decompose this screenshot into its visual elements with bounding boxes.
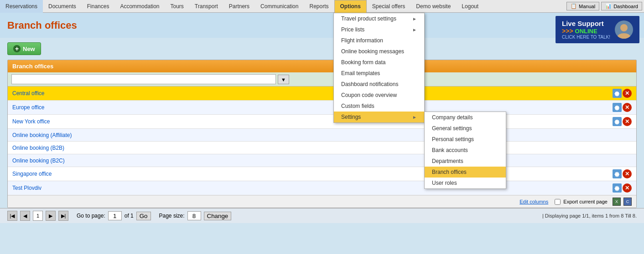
row-name-new-york-office[interactable]: New York office bbox=[12, 118, 613, 125]
prev-page-button[interactable]: ◀ bbox=[20, 211, 30, 221]
nav-item-options[interactable]: Options bbox=[334, 0, 367, 13]
menu-item-custom-fields[interactable]: Custom fields bbox=[334, 101, 424, 112]
row-name-test-plovdiv[interactable]: Test Plovdiv bbox=[12, 185, 613, 191]
menu-item-email-templates[interactable]: Email templates bbox=[334, 68, 424, 79]
export-checkbox[interactable] bbox=[555, 199, 561, 205]
current-page-number: 1 bbox=[33, 211, 43, 221]
page-header: Branch offices bbox=[0, 13, 644, 38]
row-name-europe-office[interactable]: Europe office bbox=[12, 104, 613, 111]
gear-icon[interactable] bbox=[613, 183, 622, 193]
live-support-status: ONLINE bbox=[575, 28, 597, 35]
menu-item-booking-form-data[interactable]: Booking form data bbox=[334, 57, 424, 68]
submenu-item-company-details[interactable]: Company details bbox=[425, 112, 506, 123]
row-name-online-booking-affiliate[interactable]: Online booking (Affiliate) bbox=[12, 132, 632, 138]
row-name-central-office[interactable]: Central office bbox=[12, 90, 613, 97]
filter-button[interactable]: ▼ bbox=[278, 75, 289, 84]
table-row: Online booking (B2B) bbox=[8, 142, 636, 154]
gear-icon[interactable] bbox=[613, 117, 622, 126]
table-row: Central office ✕ bbox=[8, 86, 636, 101]
export-label: Export current page bbox=[563, 199, 608, 204]
delete-icon[interactable]: ✕ bbox=[623, 103, 632, 112]
top-navigation: Reservations Documents Finances Accommod… bbox=[0, 0, 644, 13]
live-support-arrows-icon: >>> bbox=[562, 27, 573, 35]
export-excel-icon[interactable]: X bbox=[613, 198, 621, 206]
menu-item-dashboard-notifications[interactable]: Dashboard notifications bbox=[334, 79, 424, 90]
last-page-button[interactable]: ▶| bbox=[58, 211, 68, 221]
menu-item-coupon-code-overview[interactable]: Coupon code overview bbox=[334, 90, 424, 101]
nav-item-logout[interactable]: Logout bbox=[456, 0, 484, 13]
filter-icon: ▼ bbox=[281, 77, 286, 82]
row-name-singapore-office[interactable]: Singapore office bbox=[12, 171, 613, 177]
table-header: Branch offices bbox=[8, 60, 636, 72]
live-support-title: Live Support bbox=[562, 20, 610, 27]
nav-item-partners[interactable]: Partners bbox=[223, 0, 255, 13]
menu-item-online-booking-messages[interactable]: Online booking messages bbox=[334, 46, 424, 57]
next-page-button[interactable]: ▶ bbox=[46, 211, 56, 221]
pagesize-label: Page size: bbox=[159, 213, 185, 219]
submenu-arrow-icon: ► bbox=[412, 16, 417, 21]
delete-icon[interactable]: ✕ bbox=[623, 183, 632, 193]
settings-submenu: Company details General settings Persona… bbox=[424, 112, 506, 189]
gear-icon[interactable] bbox=[613, 89, 622, 98]
row-name-online-booking-b2c[interactable]: Online booking (B2C) bbox=[12, 157, 632, 164]
nav-items: Reservations Documents Finances Accommod… bbox=[0, 0, 566, 13]
svg-point-0 bbox=[620, 24, 628, 31]
dashboard-button[interactable]: 📊 Dashboard bbox=[601, 2, 642, 10]
live-support-content: Live Support >>> ONLINE CLICK HERE TO TA… bbox=[562, 20, 610, 40]
live-support-banner[interactable]: Live Support >>> ONLINE CLICK HERE TO TA… bbox=[556, 16, 639, 43]
content-area: + New Branch offices ▼ Central office ✕ … bbox=[0, 38, 644, 228]
nav-item-communication[interactable]: Communication bbox=[255, 0, 304, 13]
nav-item-special-offers[interactable]: Special offers bbox=[367, 0, 411, 13]
submenu-item-personal-settings[interactable]: Personal settings bbox=[425, 134, 506, 145]
nav-item-reports[interactable]: Reports bbox=[304, 0, 334, 13]
row-name-online-booking-b2b[interactable]: Online booking (B2B) bbox=[12, 145, 632, 151]
table-row: Europe office ✕ bbox=[8, 101, 636, 115]
submenu-arrow-settings-icon: ► bbox=[412, 115, 417, 120]
submenu-item-branch-offices[interactable]: Branch offices bbox=[425, 167, 506, 178]
goto-label: Go to page: bbox=[77, 213, 105, 219]
row-actions: ✕ bbox=[613, 169, 632, 178]
of-label: of 1 bbox=[125, 213, 134, 219]
nav-item-reservations[interactable]: Reservations bbox=[0, 0, 43, 13]
nav-right-buttons: 📋 Manual 📊 Dashboard bbox=[566, 2, 644, 10]
submenu-item-user-roles[interactable]: User roles bbox=[425, 178, 506, 188]
manual-button[interactable]: 📋 Manual bbox=[566, 2, 599, 10]
menu-item-travel-product-settings[interactable]: Travel product settings ► bbox=[334, 13, 424, 24]
submenu-item-bank-accounts[interactable]: Bank accounts bbox=[425, 145, 506, 156]
filter-input[interactable] bbox=[11, 74, 276, 84]
delete-icon[interactable]: ✕ bbox=[623, 89, 632, 98]
new-button[interactable]: + New bbox=[7, 42, 41, 55]
gear-icon[interactable] bbox=[613, 103, 622, 112]
pagination-info: | Displaying page 1/1, items 1 from 8 Ti… bbox=[542, 213, 637, 218]
delete-icon[interactable]: ✕ bbox=[623, 169, 632, 178]
export-csv-icon[interactable]: C bbox=[623, 198, 632, 206]
nav-item-finances[interactable]: Finances bbox=[82, 0, 115, 13]
nav-item-transport[interactable]: Transport bbox=[189, 0, 223, 13]
live-support-sub: CLICK HERE TO TALK! bbox=[562, 35, 610, 40]
nav-item-demo-website[interactable]: Demo website bbox=[410, 0, 456, 13]
menu-item-flight-information[interactable]: Flight information bbox=[334, 35, 424, 46]
submenu-arrow-icon: ► bbox=[412, 27, 417, 32]
delete-icon[interactable]: ✕ bbox=[623, 117, 632, 126]
table-footer: Edit columns Export current page X C bbox=[8, 195, 636, 208]
pagesize-input[interactable] bbox=[187, 211, 201, 220]
edit-columns-link[interactable]: Edit columns bbox=[519, 199, 548, 204]
goto-button[interactable]: Go bbox=[136, 212, 151, 220]
nav-item-documents[interactable]: Documents bbox=[43, 0, 82, 13]
menu-item-price-lists[interactable]: Price lists ► bbox=[334, 24, 424, 35]
table-row: Singapore office ✕ bbox=[8, 167, 636, 181]
change-button[interactable]: Change bbox=[204, 212, 232, 220]
nav-item-tours[interactable]: Tours bbox=[165, 0, 189, 13]
options-dropdown: Travel product settings ► Price lists ► … bbox=[333, 13, 425, 123]
submenu-item-departments[interactable]: Departments bbox=[425, 156, 506, 167]
svg-point-1 bbox=[618, 33, 630, 39]
row-actions: ✕ bbox=[613, 117, 632, 126]
submenu-item-general-settings[interactable]: General settings bbox=[425, 123, 506, 134]
nav-item-accommodation[interactable]: Accommodation bbox=[114, 0, 165, 13]
filter-row: ▼ bbox=[8, 72, 636, 86]
menu-item-settings[interactable]: Settings ► Company details General setti… bbox=[334, 112, 424, 122]
row-actions: ✕ bbox=[613, 103, 632, 112]
goto-page-input[interactable] bbox=[108, 211, 122, 220]
gear-icon[interactable] bbox=[613, 169, 622, 178]
first-page-button[interactable]: |◀ bbox=[7, 211, 17, 221]
